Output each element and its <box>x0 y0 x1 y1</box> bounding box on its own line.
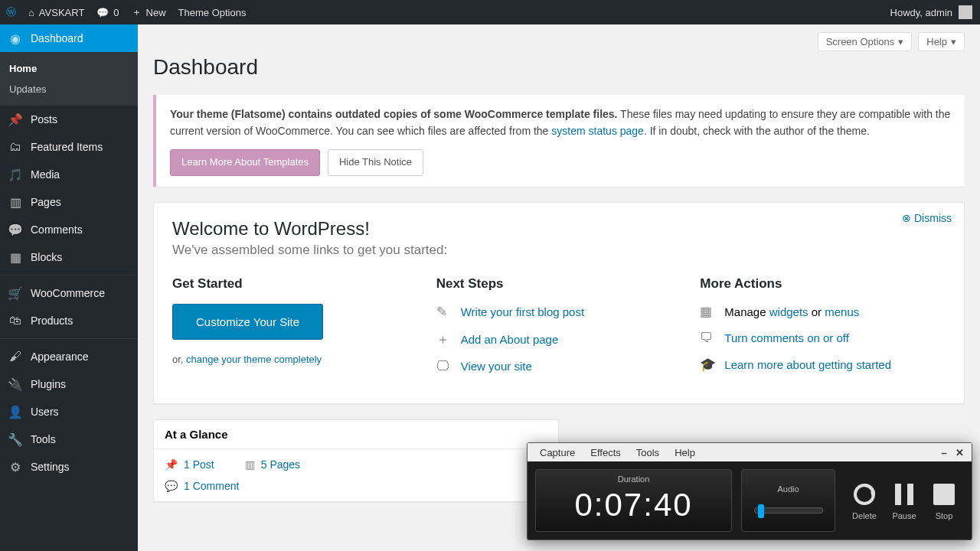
pin-icon: 📌 <box>8 112 23 127</box>
recorder-menu-tools[interactable]: Tools <box>629 445 667 460</box>
menu-comments[interactable]: 💬Comments <box>0 216 138 243</box>
learn-icon: 🎓 <box>700 357 715 373</box>
site-name-label: AVSKART <box>39 7 84 18</box>
get-started-column: Get Started Customize Your Site or, chan… <box>172 276 418 385</box>
recorder-pause-button[interactable]: Pause <box>890 481 918 520</box>
learn-more-link[interactable]: Learn more about getting started <box>724 358 891 371</box>
write-icon: ✎ <box>436 304 452 320</box>
view-site-link[interactable]: View your site <box>461 360 532 373</box>
products-icon: 🛍 <box>8 313 23 328</box>
pause-icon <box>890 481 918 508</box>
settings-icon: ⚙ <box>8 459 23 474</box>
svg-rect-2 <box>895 484 901 505</box>
hide-notice-button[interactable]: Hide This Notice <box>328 149 423 176</box>
change-theme-link[interactable]: change your theme completely <box>186 354 322 365</box>
menu-plugins[interactable]: 🔌Plugins <box>0 370 138 398</box>
recorder-menu-effects[interactable]: Effects <box>583 445 629 460</box>
delete-icon <box>851 481 878 508</box>
menu-users[interactable]: 👤Users <box>0 398 138 425</box>
menu-woocommerce[interactable]: 🛒WooCommerce <box>0 279 138 307</box>
menu-dashboard[interactable]: ◉ Dashboard <box>0 24 138 52</box>
comments-link[interactable]: 💬 0 <box>90 0 125 24</box>
system-status-link[interactable]: system status page <box>551 125 644 137</box>
svg-rect-3 <box>907 484 913 505</box>
pages-icon: ▥ <box>245 458 255 471</box>
menu-pages[interactable]: ▥Pages <box>0 188 138 216</box>
featured-icon: 🗂 <box>8 139 23 155</box>
recorder-stop-button[interactable]: Stop <box>930 481 958 520</box>
next-steps-column: Next Steps ✎Write your first blog post ＋… <box>436 276 682 385</box>
svg-rect-4 <box>933 484 955 505</box>
chevron-down-icon: ▾ <box>898 36 903 47</box>
plugins-icon: 🔌 <box>8 377 23 392</box>
home-icon: ⌂ <box>28 7 34 18</box>
recorder-duration-box: Duration 0:07:40 <box>535 469 732 532</box>
screen-recorder-window: Capture Effects Tools Help – ✕ Duration … <box>527 442 972 540</box>
learn-more-button[interactable]: Learn More About Templates <box>170 149 320 176</box>
add-icon: ＋ <box>436 331 452 348</box>
menu-products[interactable]: 🛍Products <box>0 307 138 334</box>
menu-tools[interactable]: 🔧Tools <box>0 425 138 453</box>
menus-link[interactable]: menus <box>825 305 859 318</box>
chevron-down-icon: ▾ <box>951 36 956 47</box>
site-link[interactable]: ⌂ AVSKART <box>22 0 90 24</box>
comments-icon: 💬 <box>8 222 23 237</box>
menu-posts[interactable]: 📌Posts <box>0 106 138 133</box>
glance-comments[interactable]: 💬1 Comment <box>165 480 547 492</box>
glance-posts[interactable]: 📌1 Post <box>165 458 214 471</box>
screen-options-toggle[interactable]: Screen Options▾ <box>818 32 913 51</box>
menu-featured[interactable]: 🗂Featured Items <box>0 133 138 161</box>
menu-blocks[interactable]: ▦Blocks <box>0 243 138 271</box>
users-icon: 👤 <box>8 404 23 419</box>
blocks-icon: ▦ <box>8 249 23 265</box>
widgets-link[interactable]: widgets <box>769 305 808 318</box>
avatar <box>959 5 972 19</box>
recorder-menu-capture[interactable]: Capture <box>532 445 583 460</box>
stop-icon <box>930 481 958 508</box>
recorder-minimize-button[interactable]: – <box>936 447 952 458</box>
theme-options-link[interactable]: Theme Options <box>172 0 253 24</box>
comments-toggle-link[interactable]: Turn comments on or off <box>724 331 849 344</box>
woocommerce-icon: 🛒 <box>8 285 23 301</box>
welcome-panel: ⊗Dismiss Welcome to WordPress! We've ass… <box>153 202 965 404</box>
comments-toggle-icon: 🗨 <box>700 331 715 346</box>
pin-icon: 📌 <box>165 458 178 471</box>
customize-site-button[interactable]: Customize Your Site <box>172 304 323 340</box>
new-link[interactable]: ＋ New <box>126 0 172 24</box>
recorder-audio-box: Audio <box>741 469 835 532</box>
recorder-close-button[interactable]: ✕ <box>952 447 967 458</box>
account-menu[interactable]: Howdy, admin <box>890 5 980 19</box>
add-page-link[interactable]: Add an About page <box>461 333 559 346</box>
more-actions-column: More Actions ▦Manage widgets or menus 🗨T… <box>700 276 946 385</box>
comment-icon: 💬 <box>96 7 109 18</box>
wp-logo[interactable]: ⓦ <box>0 0 22 24</box>
menu-settings[interactable]: ⚙Settings <box>0 453 138 481</box>
recorder-delete-button[interactable]: Delete <box>851 481 878 520</box>
wordpress-icon: ⓦ <box>6 5 16 19</box>
submenu-updates[interactable]: Updates <box>0 79 138 99</box>
pages-icon: ▥ <box>8 194 23 210</box>
menu-appearance[interactable]: 🖌Appearance <box>0 343 138 370</box>
menu-media[interactable]: 🎵Media <box>0 161 138 188</box>
at-a-glance-title: At a Glance <box>154 420 558 449</box>
recorder-duration-value: 0:07:40 <box>574 487 692 523</box>
welcome-subtitle: We've assembled some links to get you st… <box>172 243 946 258</box>
recorder-audio-slider[interactable] <box>754 507 823 514</box>
help-toggle[interactable]: Help▾ <box>918 32 965 51</box>
appearance-icon: 🖌 <box>8 349 23 364</box>
comment-icon: 💬 <box>165 480 178 492</box>
submenu-home[interactable]: Home <box>0 58 138 79</box>
notice-bold: Your theme (Flatsome) contains outdated … <box>170 108 617 120</box>
recorder-menu-help[interactable]: Help <box>667 445 703 460</box>
at-a-glance-box: At a Glance 📌1 Post ▥5 Pages 💬1 Comment <box>153 419 559 502</box>
tools-icon: 🔧 <box>8 432 23 447</box>
dismiss-button[interactable]: ⊗Dismiss <box>902 212 952 224</box>
write-post-link[interactable]: Write your first blog post <box>461 305 584 318</box>
media-icon: 🎵 <box>8 167 23 182</box>
plus-icon: ＋ <box>132 5 142 19</box>
page-title: Dashboard <box>153 55 965 80</box>
view-icon: 🖵 <box>436 359 452 374</box>
woocommerce-notice: Your theme (Flatsome) contains outdated … <box>153 95 965 187</box>
admin-topbar: ⓦ ⌂ AVSKART 💬 0 ＋ New Theme Options Howd… <box>0 0 980 24</box>
glance-pages[interactable]: ▥5 Pages <box>245 458 300 471</box>
